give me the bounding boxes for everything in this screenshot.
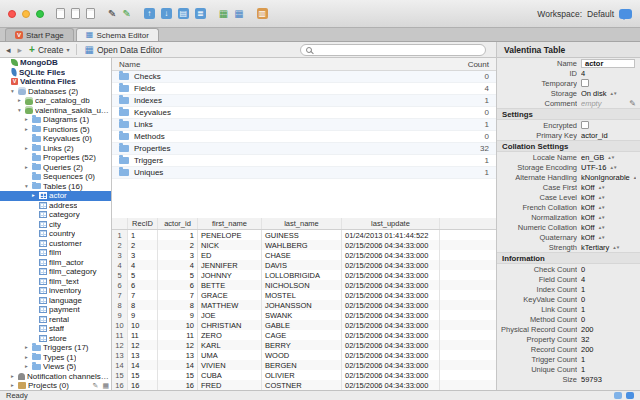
grid-cell-actor-id[interactable]: 11 [158, 330, 198, 340]
column-header-last-update[interactable]: last_update [342, 218, 440, 229]
sidebar-item-mongodb[interactable]: MongoDB [0, 58, 111, 68]
popup-arrows-icon[interactable]: ▲▼ [607, 155, 614, 160]
disclosure-right-icon[interactable]: ▸ [23, 125, 30, 135]
disclosure-right-icon[interactable]: ▸ [30, 191, 37, 201]
grid-cell-recid[interactable]: 9 [128, 310, 158, 320]
grid-cell-last-name[interactable]: WAHLBERG [262, 240, 342, 250]
schema-item-triggers[interactable]: Triggers1 [112, 155, 496, 167]
export-database-icon[interactable]: ↓ [161, 8, 172, 19]
grid-cell-last-update[interactable]: 02/15/2006 04:34:33:000 [342, 360, 440, 370]
create-button[interactable]: + Create ▾ [29, 44, 69, 55]
open-document-icon[interactable] [86, 8, 95, 19]
grid-cell-last-update[interactable]: 02/15/2006 04:34:33:000 [342, 260, 440, 270]
popup-arrows-icon[interactable]: ▲▼ [598, 235, 605, 240]
grid-cell-actor-id[interactable]: 2 [158, 240, 198, 250]
grid-cell-first-name[interactable]: JOHNNY [198, 270, 262, 280]
sidebar-item-rental[interactable]: rental [0, 315, 111, 325]
grid-cell-first-name[interactable]: UMA [198, 350, 262, 360]
grid-cell-actor-id[interactable]: 4 [158, 260, 198, 270]
schema-item-indexes[interactable]: Indexes1 [112, 95, 496, 107]
disclosure-right-icon[interactable]: ▸ [23, 353, 30, 363]
grid-cell-last-update[interactable]: 02/15/2006 04:34:33:000 [342, 240, 440, 250]
grid-cell-actor-id[interactable]: 1 [158, 230, 198, 240]
grid-cell-first-name[interactable]: JOE [198, 310, 262, 320]
table-row[interactable]: 555JOHNNYLOLLOBRIGIDA02/15/2006 04:34:33… [112, 270, 496, 280]
grid-cell-actor-id[interactable]: 3 [158, 250, 198, 260]
sidebar-item-inventory[interactable]: inventory [0, 286, 111, 296]
grid-cell-last-name[interactable]: NICHOLSON [262, 280, 342, 290]
column-header-actor-id[interactable]: actor_id [158, 218, 198, 229]
grid-cell-actor-id[interactable]: 16 [158, 380, 198, 390]
feedback-chat-icon[interactable] [619, 9, 632, 19]
name-column-header[interactable]: Name [119, 60, 140, 69]
grid-cell-last-name[interactable]: CHASE [262, 250, 342, 260]
disclosure-right-icon[interactable]: ▸ [23, 115, 30, 125]
sidebar-item-actor[interactable]: ▸actor [0, 191, 111, 201]
workspace-selector[interactable]: Default [587, 9, 614, 19]
disclosure-right-icon[interactable]: ▸ [23, 163, 30, 173]
grid-cell-recid[interactable]: 15 [128, 370, 158, 380]
sidebar-item-city[interactable]: city [0, 220, 111, 230]
edit-comment-icon[interactable]: ✎ [629, 99, 636, 108]
grid-cell-last-name[interactable]: DAVIS [262, 260, 342, 270]
sidebar-item-valentina-files[interactable]: VValentina Files [0, 77, 111, 87]
search-field[interactable] [300, 44, 486, 56]
disclosure-right-icon[interactable]: ▸ [23, 362, 30, 372]
grid-cell-recid[interactable]: 5 [128, 270, 158, 280]
duplicate-document-icon[interactable] [71, 8, 80, 19]
table-row[interactable]: 151515CUBAOLIVIER02/15/2006 04:34:33:000 [112, 370, 496, 380]
edit-pencil-icon[interactable]: ✎ [108, 9, 116, 19]
disclosure-right-icon[interactable]: ▸ [23, 144, 30, 154]
table-row[interactable]: 444JENNIFERDAVIS02/15/2006 04:34:33:000 [112, 260, 496, 270]
grid-cell-first-name[interactable]: ZERO [198, 330, 262, 340]
new-query-pencil-icon[interactable]: ✎ [122, 9, 130, 19]
sidebar-item-valentina-sakila-using-fo[interactable]: ▾valentina_sakila_using_fo... [0, 106, 111, 116]
new-document-icon[interactable] [56, 8, 65, 19]
table-row[interactable]: 121212KARLBERRY02/15/2006 04:34:33:000 [112, 340, 496, 350]
open-data-editor-button[interactable]: ▦ Open Data Editor [84, 44, 162, 55]
disclosure-down-icon[interactable]: ▾ [16, 106, 23, 116]
schema-item-fields[interactable]: Fields4 [112, 83, 496, 95]
schema-item-uniques[interactable]: Uniques1 [112, 167, 496, 179]
popup-arrows-icon[interactable]: ▲▼ [609, 91, 616, 96]
table-row[interactable]: 131313UMAWOOD02/15/2006 04:34:33:000 [112, 350, 496, 360]
grid-cell-actor-id[interactable]: 5 [158, 270, 198, 280]
sidebar-item-notification-channels-0[interactable]: ▸Notification channels (0) [0, 372, 111, 382]
grid-cell-recid[interactable]: 2 [128, 240, 158, 250]
schema-item-links[interactable]: Links1 [112, 119, 496, 131]
grid-cell-last-update[interactable]: 02/15/2006 04:34:33:000 [342, 300, 440, 310]
grid-cell-actor-id[interactable]: 12 [158, 340, 198, 350]
sidebar-item-film-actor[interactable]: film_actor [0, 258, 111, 268]
grid-cell-last-name[interactable]: OLIVIER [262, 370, 342, 380]
sidebar-item-category[interactable]: category [0, 210, 111, 220]
sidebar-item-country[interactable]: country [0, 229, 111, 239]
schema-item-checks[interactable]: Checks0 [112, 71, 496, 83]
grid-cell-last-name[interactable]: GABLE [262, 320, 342, 330]
grid-cell-first-name[interactable]: CUBA [198, 370, 262, 380]
grid-cell-recid[interactable]: 7 [128, 290, 158, 300]
sidebar-item-keyvalues-0[interactable]: Keyvalues (0) [0, 134, 111, 144]
sidebar-item-tables-16[interactable]: ▾Tables (16) [0, 182, 111, 192]
grid-cell-last-name[interactable]: SWANK [262, 310, 342, 320]
grid-cell-recid[interactable]: 6 [128, 280, 158, 290]
grid-cell-first-name[interactable]: FRED [198, 380, 262, 390]
grid-cell-last-update[interactable]: 02/15/2006 04:34:33:000 [342, 250, 440, 260]
grid-cell-actor-id[interactable]: 6 [158, 280, 198, 290]
back-button[interactable]: ◂ [6, 45, 11, 55]
zoom-window-button[interactable] [36, 10, 44, 18]
grid-cell-actor-id[interactable]: 10 [158, 320, 198, 330]
sidebar-item-views-5[interactable]: ▸Views (5) [0, 362, 111, 372]
grid-cell-last-name[interactable]: BERGEN [262, 360, 342, 370]
status-notifications-icon[interactable] [614, 392, 622, 399]
edit-tree-icon[interactable]: ✎ [93, 381, 99, 390]
tab-schema-editor[interactable]: ▦ Schema Editor [76, 28, 159, 41]
sidebar-item-payment[interactable]: payment [0, 305, 111, 315]
sidebar-item-film-category[interactable]: film_category [0, 267, 111, 277]
grid-cell-recid[interactable]: 8 [128, 300, 158, 310]
table-row[interactable]: 141414VIVIENBERGEN02/15/2006 04:34:33:00… [112, 360, 496, 370]
sidebar-item-address[interactable]: address [0, 201, 111, 211]
grid-cell-actor-id[interactable]: 8 [158, 300, 198, 310]
count-column-header[interactable]: Count [468, 60, 489, 69]
table-row[interactable]: 222NICKWAHLBERG02/15/2006 04:34:33:000 [112, 240, 496, 250]
table-row[interactable]: 666BETTENICHOLSON02/15/2006 04:34:33:000 [112, 280, 496, 290]
